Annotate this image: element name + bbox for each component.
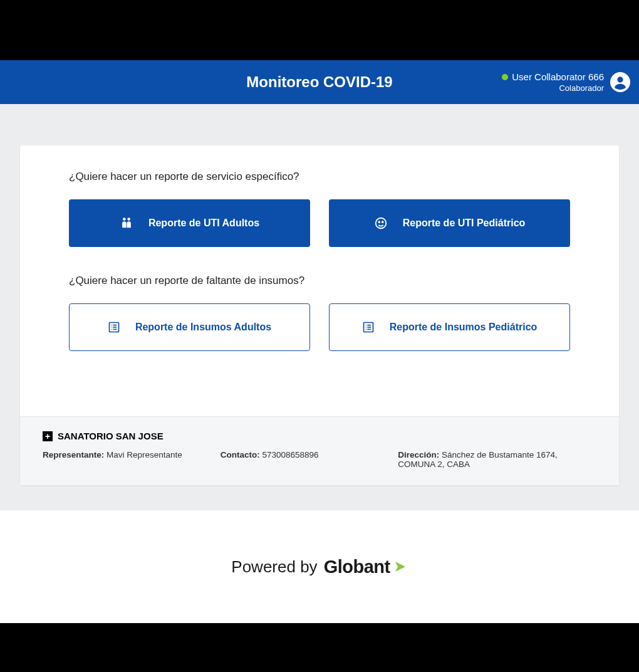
powered-by-text: Powered by Globant: [231, 557, 407, 577]
people-icon: [120, 216, 133, 230]
question-supplies: ¿Quiere hacer un reporte de faltante de …: [69, 275, 570, 287]
globant-brand: Globant: [324, 557, 408, 577]
uti-pediatric-button[interactable]: Reporte de UTI Pediátrico: [329, 199, 570, 247]
content-area: ¿Quiere hacer un reporte de servicio esp…: [0, 104, 639, 510]
user-text: User Collaborator 666 Colaborador: [502, 71, 604, 93]
user-section[interactable]: User Collaborator 666 Colaborador: [502, 71, 630, 93]
svg-point-2: [123, 218, 126, 221]
user-name: User Collaborator 666: [512, 71, 604, 82]
uti-pediatric-label: Reporte de UTI Pediátrico: [403, 218, 526, 229]
bottom-black-bar: [0, 623, 639, 672]
list-icon: [108, 321, 120, 333]
svg-point-1: [617, 76, 623, 82]
globant-arrow-icon: [393, 559, 408, 574]
contact-info: Contacto: 573008658896: [221, 450, 373, 469]
supplies-adults-button[interactable]: Reporte de Insumos Adultos: [69, 303, 310, 351]
service-buttons-row: Reporte de UTI Adultos Reporte de UTI Pe…: [69, 199, 570, 247]
supplies-pediatric-label: Reporte de Insumos Pediátrico: [390, 322, 538, 333]
hospital-footer: + SANATORIO SAN JOSE Representante: Mavi…: [20, 416, 619, 485]
avatar-icon[interactable]: [610, 72, 630, 92]
user-name-line: User Collaborator 666: [502, 71, 604, 82]
page-title: Monitoreo COVID-19: [246, 73, 392, 91]
powered-by-label: Powered by: [231, 557, 317, 577]
rep-label: Representante:: [43, 450, 104, 459]
address-info: Dirección: Sánchez de Bustamante 1674, C…: [398, 450, 596, 469]
main-card: ¿Quiere hacer un reporte de servicio esp…: [20, 145, 619, 485]
svg-point-3: [127, 218, 130, 221]
globant-text: Globant: [324, 557, 390, 577]
supplies-buttons-row: Reporte de Insumos Adultos Reporte de In…: [69, 303, 570, 351]
svg-point-4: [375, 218, 386, 229]
list-icon: [362, 321, 375, 333]
child-face-icon: [374, 216, 388, 230]
supplies-pediatric-button[interactable]: Reporte de Insumos Pediátrico: [329, 303, 570, 351]
status-online-icon: [502, 74, 508, 80]
card-main: ¿Quiere hacer un reporte de servicio esp…: [20, 145, 619, 416]
contact-label: Contacto:: [221, 450, 260, 459]
top-black-bar: [0, 0, 639, 60]
app-header: Monitoreo COVID-19 User Collaborator 666…: [0, 60, 639, 104]
hospital-info-row: Representante: Mavi Representante Contac…: [43, 450, 596, 469]
representative-info: Representante: Mavi Representante: [43, 450, 195, 469]
hospital-name: SANATORIO SAN JOSE: [58, 431, 164, 441]
user-role: Colaborador: [502, 83, 604, 93]
hospital-name-line: + SANATORIO SAN JOSE: [43, 431, 596, 441]
uti-adults-button[interactable]: Reporte de UTI Adultos: [69, 199, 310, 247]
svg-point-5: [378, 221, 380, 223]
hospital-plus-icon: +: [43, 431, 53, 441]
svg-point-6: [382, 221, 383, 223]
question-service: ¿Quiere hacer un reporte de servicio esp…: [69, 171, 570, 183]
supplies-adults-label: Reporte de Insumos Adultos: [135, 322, 271, 333]
contact-value: 573008658896: [262, 450, 318, 459]
rep-value: Mavi Representante: [106, 450, 182, 459]
powered-by-section: Powered by Globant: [0, 510, 639, 623]
uti-adults-label: Reporte de UTI Adultos: [148, 218, 259, 229]
address-label: Dirección:: [398, 450, 439, 459]
